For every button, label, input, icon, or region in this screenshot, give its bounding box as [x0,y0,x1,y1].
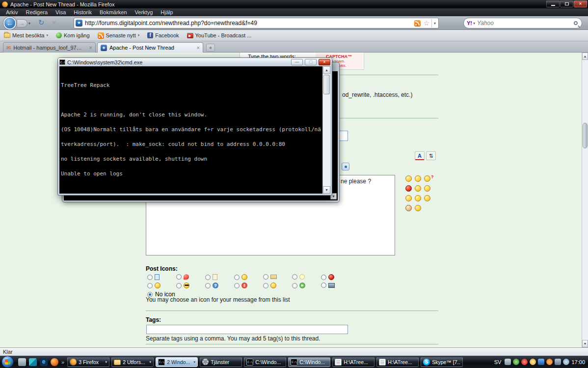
bookmark-getting-started[interactable]: Kom igång [56,32,90,38]
cmd-window[interactable]: C:\ C:\Windows\system32\cmd.exe — ▢ × Tr… [57,57,332,196]
taskbar-button-services[interactable]: Tjänster [200,357,242,367]
smiley-icon[interactable] [424,195,430,201]
history-dropdown-icon[interactable]: ▾ [28,21,30,26]
restore-button[interactable] [560,0,573,7]
scroll-down-icon[interactable]: ▼ [323,186,330,194]
reload-button[interactable]: ↻ [36,18,46,27]
smiley-icon[interactable] [415,205,421,211]
taskbar-clock[interactable]: 17:00 [571,359,585,365]
post-icon-radio[interactable] [234,275,240,280]
url-bar[interactable]: ✦ ☆ ▾ [74,18,439,28]
post-icon-radio[interactable] [234,283,240,288]
smiley-icon[interactable] [415,185,421,192]
media-player-icon[interactable] [51,358,58,366]
taskbar-button-firefox-group[interactable]: 3 Firefox ▾ [67,357,109,367]
tray-icon-3[interactable] [521,359,528,365]
tray-icon-7[interactable] [555,359,561,365]
taskbar-button-console-group[interactable]: C:\ 2 Windo... ▾ [156,357,198,367]
minimize-button[interactable] [546,0,560,7]
back-button[interactable]: ← [3,17,16,29]
cmd-titlebar[interactable]: C:\ C:\Windows\system32\cmd.exe — ▢ × [58,58,332,66]
console-output[interactable]: TreeTree Repack Apache 2 is running, don… [59,66,330,194]
forward-button[interactable]: → [17,19,27,28]
url-dropdown-icon[interactable]: ▾ [431,19,437,28]
cmd-maximize-button[interactable]: ▢ [305,59,317,65]
text-size-icon[interactable]: ⇅ [426,151,436,160]
menu-help[interactable]: Hjälp [157,9,177,15]
bookmark-facebook[interactable]: f Facebook [147,32,179,38]
post-icon-radio[interactable] [263,274,268,280]
console-scrollbar[interactable]: ▲ ▼ [322,66,330,194]
url-input[interactable] [82,20,414,27]
bookmark-most-visited[interactable]: Mest besökta ▾ [4,32,48,38]
tray-icon-1[interactable] [505,359,511,365]
new-tab-button[interactable]: + [206,44,215,52]
show-desktop-icon[interactable] [18,358,26,366]
smiley-angry-icon[interactable] [405,185,412,192]
taskbar-button-notepad-2[interactable]: H:\ATree... [376,357,419,367]
scroll-up-icon[interactable]: ▲ [323,66,330,74]
menu-file[interactable]: Arkiv [2,9,22,15]
menu-bookmarks[interactable]: Bokmärken [96,9,131,15]
tab-apache-post-new-thread[interactable]: ✦ Apache - Post New Thread × [97,42,203,53]
switch-windows-icon[interactable] [29,358,37,366]
search-input[interactable] [477,20,574,27]
post-icon-radio[interactable] [176,283,182,288]
quick-launch-overflow-icon[interactable]: » [61,359,64,365]
smiley-icon[interactable] [405,195,412,201]
stop-button[interactable]: × [49,18,59,27]
rss-feed-icon[interactable] [414,20,421,27]
post-icon-radio[interactable] [263,283,268,288]
taskbar-button-cmd-2[interactable]: C:\ C:\Windo... [288,357,330,367]
search-engine-dropdown-icon[interactable]: ▾ [473,21,475,26]
post-icon-radio[interactable] [292,274,297,280]
scrollbar-thumb[interactable] [583,123,588,148]
smiley-icon[interactable] [405,175,412,182]
tray-icon-2[interactable] [513,359,519,365]
tab-close-icon[interactable]: × [89,45,92,51]
cmd-close-button[interactable]: × [319,59,330,65]
smiley-icon[interactable] [415,175,421,182]
tray-icon-6[interactable] [546,359,553,365]
editor-toolbar-icon[interactable] [342,163,349,170]
taskbar-button-explorer-group[interactable]: 2 Utfors... ▾ [111,357,154,367]
bookmark-star-icon[interactable]: ☆ [423,19,429,27]
search-box[interactable]: Y! ▾ [463,18,582,28]
taskbar-button-cmd-1[interactable]: C:\ C:\Windo... [244,357,286,367]
post-icon-radio[interactable] [176,274,182,280]
bookmark-youtube[interactable]: ▶ YouTube - Broadcast ... [187,32,252,38]
menu-edit[interactable]: Redigera [22,9,52,15]
start-button[interactable] [1,356,14,368]
smiley-grin-icon[interactable] [405,205,412,211]
tab-hotmail[interactable]: ✉ Hotmail - hampus_loof_97@hotmai... × [3,42,96,53]
scroll-up-icon[interactable]: ▲ [582,53,588,60]
post-icon-radio[interactable] [147,275,153,280]
post-icon-radio[interactable] [321,283,326,288]
post-icon-radio[interactable] [147,283,153,288]
menu-tools[interactable]: Verktyg [131,9,157,15]
post-icon-radio[interactable] [321,275,326,280]
language-indicator[interactable]: SV [493,359,503,366]
cmd-minimize-button[interactable]: — [291,59,303,65]
text-color-icon[interactable]: A [415,151,425,160]
bookmark-latest-news[interactable]: Senaste nytt ▾ [98,32,140,39]
close-button[interactable]: × [574,0,587,7]
smiley-icon[interactable] [415,195,421,201]
menu-history[interactable]: Historik [70,9,96,15]
post-icon-radio[interactable] [205,275,211,280]
smiley-icon[interactable] [424,185,430,192]
internet-explorer-icon[interactable]: e [40,358,48,366]
browser-scrollbar[interactable]: ▲ ▼ [582,53,588,347]
search-icon[interactable] [574,21,578,25]
tab-close-icon[interactable]: × [197,45,200,51]
tray-icon-8[interactable] [563,359,569,365]
tags-input[interactable] [146,325,348,334]
menu-view[interactable]: Visa [52,9,70,15]
smiley-question-icon[interactable] [424,175,430,182]
tray-icon-5[interactable] [538,359,544,365]
taskbar-button-skype[interactable]: S Skype™ [7... [421,357,463,367]
scroll-down-icon[interactable]: ▼ [582,340,588,347]
post-icon-radio[interactable] [292,283,297,288]
post-icon-radio[interactable] [205,283,211,288]
scrollbar-thumb[interactable] [323,75,330,94]
